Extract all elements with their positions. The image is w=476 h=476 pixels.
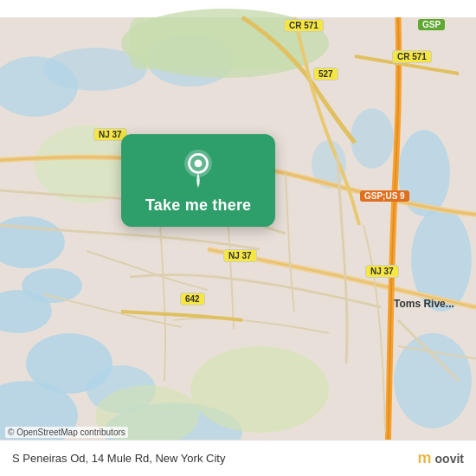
cta-card[interactable]: Take me there [121,134,275,227]
road-label-527: 527 [313,68,338,80]
map-background [0,0,476,476]
toms-river-label: Toms Rive... [394,298,454,310]
road-label-nj37-right: NJ 37 [365,265,399,278]
cta-overlay: Take me there [121,134,275,227]
road-label-642: 642 [180,293,205,306]
svg-point-23 [195,159,203,167]
road-label-cr571-right: CR 571 [392,50,432,63]
road-label-nj37-center: NJ 37 [223,249,257,262]
take-me-there-button[interactable]: Take me there [145,196,251,215]
map-attribution: © OpenStreetMap contributors [5,427,128,438]
road-label-gsp-us9: GSP;US 9 [360,190,409,202]
moovit-logo: m oovit [418,449,464,467]
moovit-text: oovit [435,452,464,466]
bottom-bar: S Peneiras Od, 14 Mule Rd, New York City… [0,440,476,476]
moovit-m-letter: m [418,449,432,467]
svg-point-14 [351,108,394,169]
map-container: NJ 37 NJ 37 NJ 37 CR 571 CR 571 527 GSP;… [0,0,476,476]
location-pin-icon [179,150,217,188]
road-label-gsp: GSP [418,19,445,30]
address-label: S Peneiras Od, 14 Mule Rd, New York City [12,452,225,465]
road-label-cr571-top: CR 571 [284,19,324,32]
svg-point-19 [190,346,329,433]
